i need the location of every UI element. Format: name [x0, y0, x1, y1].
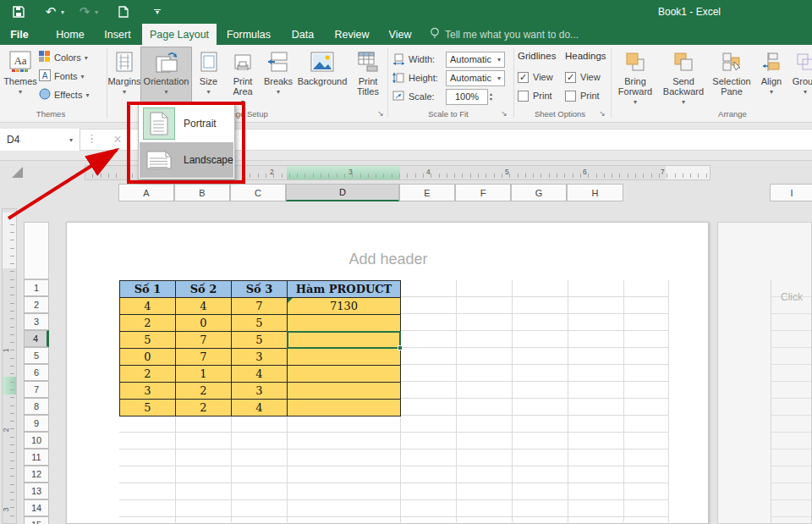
row-header-4[interactable]: 4 — [24, 330, 49, 347]
table-cell[interactable]: 4 — [120, 298, 176, 315]
column-header-g[interactable]: G — [511, 184, 567, 201]
row-header-6[interactable]: 6 — [24, 364, 49, 381]
selection-pane-button[interactable]: Selection Pane — [709, 47, 754, 110]
group-button[interactable]: Group▾ — [788, 47, 812, 110]
table-cell[interactable]: 1 — [176, 366, 232, 383]
tab-page-layout[interactable]: Page Layout — [142, 24, 217, 45]
tab-formulas[interactable]: Formulas — [218, 24, 279, 45]
colors-button[interactable]: Colors▾ — [39, 49, 105, 66]
table-cell[interactable]: 5 — [232, 315, 288, 332]
header-placeholder[interactable]: Add header — [67, 251, 710, 268]
fill-handle[interactable] — [398, 345, 403, 350]
column-header-f[interactable]: F — [455, 184, 511, 201]
gridlines-view-checkbox[interactable]: ✓View — [518, 68, 563, 86]
save-icon[interactable] — [10, 3, 27, 20]
tab-view[interactable]: View — [379, 24, 421, 45]
table-cell[interactable]: 4 — [176, 298, 232, 315]
table-cell[interactable]: 3 — [232, 349, 288, 366]
row-header-2[interactable]: 2 — [24, 296, 49, 313]
table-cell[interactable]: 5 — [232, 332, 288, 349]
themes-button[interactable]: AaThemes▾ — [3, 47, 37, 110]
height-dropdown[interactable]: Automatic▾ — [446, 70, 505, 86]
background-button[interactable]: Background — [296, 47, 348, 110]
sheet-options-dialog-launcher-icon[interactable]: ↘ — [597, 108, 607, 119]
orientation-option-portrait[interactable]: Portrait — [140, 106, 233, 141]
table-cell[interactable]: 4 — [232, 366, 288, 383]
scale-spinner-icon[interactable]: ▴▾ — [490, 91, 492, 102]
send-backward-button[interactable]: Send Backward▾ — [659, 47, 708, 110]
table-cell[interactable]: 2 — [176, 400, 232, 416]
row-header-8[interactable]: 8 — [24, 398, 49, 415]
table-cell[interactable]: 0 — [176, 315, 232, 332]
column-header-d[interactable]: D — [286, 184, 399, 201]
redo-icon[interactable]: ↷ — [76, 3, 93, 20]
select-all-icon[interactable] — [12, 167, 23, 178]
name-box-dropdown-icon[interactable]: ▾ — [69, 136, 73, 144]
new-document-icon[interactable] — [115, 3, 132, 20]
column-header-b[interactable]: B — [174, 184, 230, 201]
margins-button[interactable]: Margins▾ — [108, 47, 140, 110]
table-header-cell[interactable]: Số 3 — [232, 281, 288, 298]
cancel-icon[interactable]: × — [108, 130, 127, 149]
table-cell[interactable]: 3 — [120, 383, 176, 400]
orientation-button[interactable]: Orientation▾ — [141, 47, 191, 110]
column-header-c[interactable]: C — [230, 184, 286, 201]
table-cell[interactable]: 7 — [232, 298, 288, 315]
table-cell[interactable] — [288, 400, 401, 416]
tab-insert[interactable]: Insert — [95, 24, 140, 45]
table-cell[interactable]: 7 — [176, 349, 232, 366]
table-cell[interactable] — [288, 383, 401, 400]
table-header-cell[interactable]: Số 1 — [120, 281, 176, 298]
row-header-7[interactable]: 7 — [24, 381, 49, 398]
selected-cell-outline[interactable] — [287, 331, 401, 349]
table-cell[interactable] — [288, 349, 401, 366]
width-dropdown[interactable]: Automatic▾ — [446, 52, 505, 68]
table-cell[interactable]: 4 — [232, 400, 288, 416]
page-setup-dialog-launcher-icon[interactable]: ↘ — [376, 108, 386, 119]
undo-dropdown-icon[interactable]: ▾ — [61, 8, 64, 16]
table-header-cell[interactable]: Hàm PRODUCT — [288, 281, 401, 298]
breaks-button[interactable]: Breaks▾ — [261, 47, 295, 110]
table-cell[interactable]: 2 — [120, 366, 176, 383]
tab-file[interactable]: File — [0, 24, 39, 45]
table-cell[interactable]: 7130 — [288, 298, 401, 315]
effects-button[interactable]: Effects▾ — [39, 86, 105, 103]
table-cell[interactable]: 7 — [176, 332, 232, 349]
undo-icon[interactable]: ↶ — [42, 3, 59, 20]
print-area-button[interactable]: Print Area▾ — [225, 47, 261, 110]
table-cell[interactable] — [288, 366, 401, 383]
bring-forward-button[interactable]: Bring Forward▾ — [612, 47, 658, 110]
row-header-12[interactable]: 12 — [24, 466, 49, 483]
tab-review[interactable]: Review — [326, 24, 377, 45]
scale-input[interactable]: 100% — [446, 89, 488, 105]
column-header-h[interactable]: H — [567, 184, 623, 201]
print-titles-button[interactable]: Print Titles — [349, 47, 387, 110]
tab-home[interactable]: Home — [47, 24, 93, 45]
table-header-cell[interactable]: Số 2 — [176, 281, 232, 298]
row-header-10[interactable]: 10 — [24, 432, 49, 449]
table-cell[interactable]: 0 — [120, 349, 176, 366]
headings-print-checkbox[interactable]: Print — [565, 86, 611, 105]
orientation-option-landscape[interactable]: Landscape — [140, 142, 233, 178]
gridlines-print-checkbox[interactable]: Print — [518, 86, 563, 105]
tell-me-box[interactable]: Tell me what you want to do... — [430, 24, 579, 45]
table-cell[interactable]: 5 — [120, 400, 176, 416]
page2-placeholder-text[interactable]: Click — [781, 291, 803, 303]
row-header-5[interactable]: 5 — [24, 347, 49, 364]
row-header-15[interactable]: 15 — [24, 516, 49, 524]
name-box[interactable]: D4 ▾ — [0, 129, 80, 151]
row-header-14[interactable]: 14 — [24, 499, 49, 516]
scale-to-fit-dialog-launcher-icon[interactable]: ↘ — [499, 108, 509, 119]
column-header-e[interactable]: E — [399, 184, 455, 201]
row-header-13[interactable]: 13 — [24, 483, 49, 499]
fonts-button[interactable]: AFonts▾ — [39, 68, 105, 85]
table-cell[interactable]: 3 — [232, 383, 288, 400]
table-cell[interactable]: 2 — [120, 315, 176, 332]
row-header-3[interactable]: 3 — [24, 313, 49, 330]
row-header-1[interactable]: 1 — [24, 279, 49, 296]
align-button[interactable]: Align▾ — [756, 47, 787, 110]
tab-data[interactable]: Data — [281, 24, 325, 45]
customize-qat-icon[interactable]: ▾ — [149, 3, 166, 20]
row-header-9[interactable]: 9 — [24, 415, 49, 432]
column-header-a[interactable]: A — [118, 184, 174, 201]
